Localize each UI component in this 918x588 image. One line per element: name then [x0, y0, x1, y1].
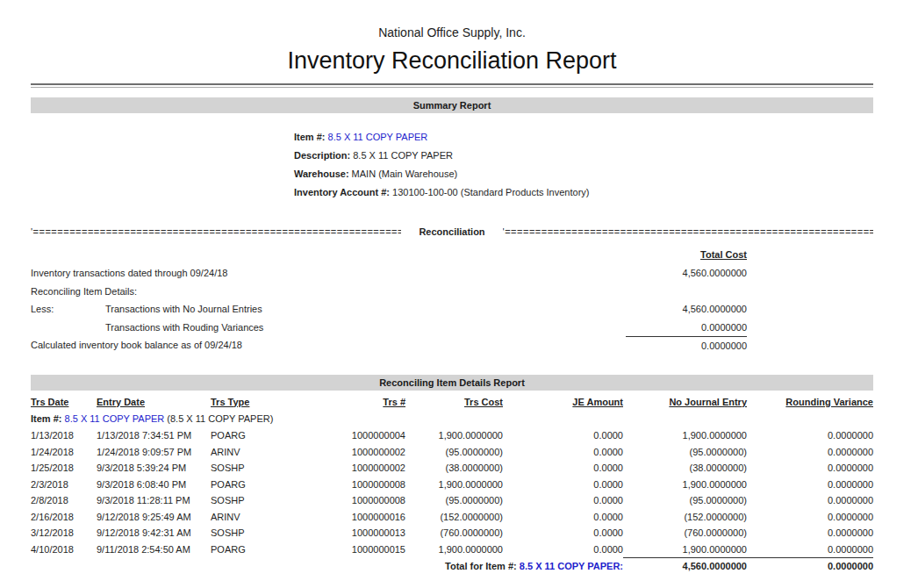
details-cell: 1000000004 — [272, 427, 405, 444]
col-header-trs-date: Trs Date — [31, 394, 97, 411]
recon-row-label: Reconciling Item Details: — [31, 283, 137, 301]
recon-row-transactions-dated: Inventory transactions dated through 09/… — [31, 264, 873, 283]
details-cell: 1/24/2018 — [31, 444, 97, 461]
details-cell: (95.0000000) — [623, 492, 747, 509]
details-cell: 1000000008 — [272, 477, 405, 493]
details-data-row: 4/10/20189/11/2018 2:54:50 AMPOARG100000… — [31, 541, 873, 558]
details-cell: SOSHP — [211, 492, 272, 509]
details-section-bar: Reconciling Item Details Report — [31, 375, 873, 391]
recon-row-value — [626, 283, 747, 301]
details-cell: 9/3/2018 6:08:40 PM — [97, 477, 211, 493]
recon-row-value: 0.0000000 — [626, 336, 747, 355]
details-table: Trs Date Entry Date Trs Type Trs # Trs C… — [31, 394, 873, 575]
details-cell: 2/3/2018 — [31, 477, 97, 493]
details-data-row: 2/8/20189/3/2018 11:28:11 PMSOSHP1000000… — [31, 492, 873, 509]
details-cell: 1,900.0000000 — [623, 541, 747, 558]
details-item-link[interactable]: 8.5 X 11 COPY PAPER — [65, 413, 165, 424]
details-total-row: Total for Item #: 8.5 X 11 COPY PAPER: 4… — [31, 558, 873, 575]
col-header-trs-type: Trs Type — [211, 394, 272, 411]
description-label: Description: — [294, 150, 350, 161]
details-cell: (152.0000000) — [405, 509, 503, 526]
details-data-row: 1/24/20181/24/2018 9:09:57 PMARINV100000… — [31, 444, 873, 461]
details-cell: 1,900.0000000 — [623, 427, 747, 444]
details-data-row: 1/13/20181/13/2018 7:34:51 PMPOARG100000… — [31, 427, 873, 444]
details-cell: 4/10/2018 — [31, 541, 97, 558]
summary-fields: Item #: 8.5 X 11 COPY PAPER Description:… — [294, 128, 873, 202]
details-cell: 2/16/2018 — [31, 509, 97, 526]
reconciliation-divider: '=======================================… — [31, 226, 873, 238]
details-cell: 0.0000 — [503, 444, 623, 461]
description-value: 8.5 X 11 COPY PAPER — [353, 150, 453, 161]
details-cell: 0.0000 — [503, 509, 623, 526]
recon-row-sublabel — [227, 264, 626, 283]
recon-row-value: 4,560.0000000 — [626, 264, 747, 283]
col-header-rounding-variance: Rounding Variance — [747, 394, 873, 411]
total-no-journal-entry: 4,560.0000000 — [623, 558, 747, 575]
reconciliation-label: Reconciliation — [401, 226, 502, 238]
details-cell: 1,900.0000000 — [405, 541, 503, 558]
details-data-row: 2/16/20189/12/2018 9:25:49 AMARINV100000… — [31, 509, 873, 526]
details-cell: (95.0000000) — [405, 444, 503, 461]
details-cell: 0.0000000 — [747, 525, 873, 541]
recon-row-value: 4,560.0000000 — [626, 300, 747, 319]
details-header-row: Trs Date Entry Date Trs Type Trs # Trs C… — [31, 394, 873, 411]
report-page: National Office Supply, Inc. Inventory R… — [31, 0, 873, 575]
total-rounding-variance: 0.0000000 — [747, 558, 873, 575]
report-title: Inventory Reconciliation Report — [31, 46, 873, 75]
details-cell: 1/13/2018 — [31, 427, 97, 444]
details-cell: 1/25/2018 — [31, 460, 97, 477]
details-cell: (95.0000000) — [623, 444, 747, 461]
details-data-row: 2/3/20189/3/2018 6:08:40 PMPOARG10000000… — [31, 477, 873, 493]
title-divider — [31, 83, 873, 88]
summary-field-warehouse: Warehouse: MAIN (Main Warehouse) — [294, 165, 873, 183]
details-cell: 1,900.0000000 — [405, 477, 503, 493]
details-cell: 9/12/2018 9:42:31 AM — [97, 525, 211, 541]
details-section-title: Reconciling Item Details Report — [379, 377, 525, 388]
details-cell: POARG — [211, 477, 272, 493]
col-header-entry-date: Entry Date — [97, 394, 211, 411]
total-for-item-link[interactable]: 8.5 X 11 COPY PAPER: — [520, 561, 623, 571]
details-cell: 1000000015 — [272, 541, 405, 558]
details-cell: 0.0000000 — [747, 444, 873, 461]
details-cell: 0.0000 — [503, 460, 623, 477]
summary-section-title: Summary Report — [413, 100, 491, 111]
details-item-label: Item #: — [31, 413, 61, 424]
col-header-je-amount: JE Amount — [503, 394, 623, 411]
summary-field-inventory-account: Inventory Account #: 130100-100-00 (Stan… — [294, 183, 873, 202]
details-cell: 1000000008 — [272, 492, 405, 509]
summary-section-bar: Summary Report — [31, 97, 873, 113]
warehouse-value: MAIN (Main Warehouse) — [352, 169, 458, 179]
details-cell: 1000000002 — [272, 444, 405, 461]
details-cell: 1000000013 — [272, 525, 405, 541]
col-header-trs-cost: Trs Cost — [405, 394, 503, 411]
recon-row-label: Inventory transactions dated through 09/… — [31, 264, 227, 283]
warehouse-label: Warehouse: — [294, 169, 349, 179]
inventory-account-value: 130100-100-00 (Standard Products Invento… — [392, 187, 589, 197]
recon-row-label: Less: — [31, 300, 105, 319]
item-number-label: Item #: — [294, 132, 325, 142]
recon-row-sublabel — [137, 283, 626, 301]
divider-equals-left: '=======================================… — [31, 226, 401, 238]
details-cell: POARG — [211, 541, 272, 558]
details-data-row: 3/12/20189/12/2018 9:42:31 AMSOSHP100000… — [31, 525, 873, 541]
recon-row-item-details: Reconciling Item Details: — [31, 283, 873, 301]
details-cell: 0.0000000 — [747, 541, 873, 558]
details-tbody: Item #: 8.5 X 11 COPY PAPER (8.5 X 11 CO… — [31, 410, 873, 558]
details-cell: 2/8/2018 — [31, 492, 97, 509]
total-for-item-label-cell: Total for Item #: 8.5 X 11 COPY PAPER: — [31, 558, 623, 575]
details-cell: ARINV — [211, 444, 272, 461]
details-cell: 1,900.0000000 — [623, 477, 747, 493]
details-cell: SOSHP — [211, 460, 272, 477]
details-cell: 0.0000 — [503, 427, 623, 444]
details-item-row: Item #: 8.5 X 11 COPY PAPER (8.5 X 11 CO… — [31, 410, 873, 427]
recon-row-value: 0.0000000 — [626, 319, 747, 337]
item-number-link[interactable]: 8.5 X 11 COPY PAPER — [328, 132, 428, 142]
details-cell: 9/12/2018 9:25:49 AM — [97, 509, 211, 526]
col-header-no-journal-entry: No Journal Entry — [623, 394, 747, 411]
divider-equals-right: '=======================================… — [503, 226, 873, 238]
details-cell: 1/13/2018 7:34:51 PM — [97, 427, 211, 444]
recon-row-book-balance: Calculated inventory book balance as of … — [31, 336, 873, 355]
details-cell: 0.0000000 — [747, 477, 873, 493]
col-header-trs-number: Trs # — [272, 394, 405, 411]
details-cell: 0.0000 — [503, 525, 623, 541]
